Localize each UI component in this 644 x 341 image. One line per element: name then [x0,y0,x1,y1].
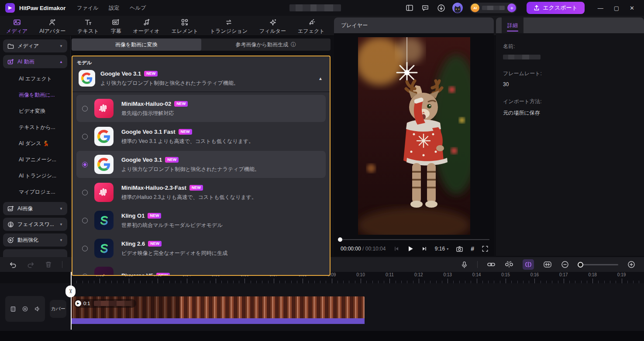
aspect-ratio-dropdown[interactable]: 9:16 ▾ [435,246,448,252]
time-display: 00:00:00 / 00:10:04 [341,246,386,252]
tab-media[interactable]: メディア [6,18,28,35]
prev-frame-icon[interactable] [393,246,399,252]
player-controls: 00:00:00 / 00:10:04 9:16 ▾ # [334,243,494,254]
sidebar-item-text-to[interactable]: テキストから... [3,119,67,136]
sidebar-item-image-to-video[interactable]: 画像を動画に... [3,87,67,103]
playhead[interactable] [71,272,72,330]
chevron-down-icon: ▼ [59,207,63,211]
unlink-icon[interactable] [505,260,513,269]
new-badge: NEW [144,71,158,77]
model-row-kling-o1[interactable]: Kling O1NEW 世界初の統合マルチモーダルビデオモデル [76,207,326,234]
track-mute-icon[interactable] [34,306,41,312]
zoom-in-icon[interactable] [627,261,635,268]
microphone-icon[interactable] [461,261,468,268]
zoom-slider-knob[interactable] [578,262,583,268]
play-button[interactable] [407,245,414,252]
undo-icon[interactable] [9,261,17,269]
ruler-label: 0:16 [530,272,539,277]
model-select-panel: モデル Google Veo 3.1NEW より強力なプロンプト制御と強化された… [72,56,331,276]
tab-subtitles[interactable]: 字幕 [110,18,121,35]
time-current: 00:00:00 [341,246,361,252]
radio-unselected[interactable] [82,218,88,223]
player-title: プレイヤー [341,22,368,29]
snapshot-icon[interactable] [456,245,463,253]
model-row-google-veo-31[interactable]: Google Veo 3.1NEW より強力なプロンプト制御と強化されたナラティ… [76,151,326,178]
sidebar-item-ai-dance[interactable]: AI ダンス 💃 [3,136,67,152]
sidebar-group-ai-video[interactable]: AI 動画 ▲ [3,55,67,68]
info-icon: ⓘ [291,41,296,49]
tab-audio[interactable]: オーディオ [133,18,159,35]
model-row-pixverse-v5[interactable]: Pixverse V5NEW [76,263,326,276]
tab-ai-avatar[interactable]: AIアバター [39,18,65,35]
upload-icon [535,6,539,10]
seek-bar[interactable] [338,237,489,242]
sidebar-group-video-enhance[interactable]: 動画強化 ▼ [3,233,67,247]
radio-unselected[interactable] [82,190,88,195]
model-row-kling-26[interactable]: Kling 2.6NEW ビデオ映像と完全なオーディオを同時に生成 [76,235,326,262]
sidebar-item-video-convert[interactable]: ビデオ変換 [3,103,67,119]
model-row-minimax-hailuo-02[interactable]: MiniMax-Hailuo-02NEW 最先端の指示理解対応 [76,95,326,122]
ai-credits-icon: AI [471,3,479,12]
timeline-zoom-slider[interactable] [578,264,618,265]
zoom-out-icon[interactable] [561,261,569,268]
model-row-google-veo-31-fast[interactable]: Google Veo 3.1 FastNEW 標準の Veo 3.1 よりも高速… [76,123,326,150]
download-icon[interactable] [437,3,445,12]
playhead-scissors-handle[interactable]: ✂ [65,285,76,297]
radio-unselected[interactable] [82,134,88,139]
radio-unselected[interactable] [82,246,88,251]
track-visibility-icon[interactable] [22,306,28,312]
cover-button[interactable]: カバー [50,300,66,318]
radio-selected[interactable] [82,162,88,167]
feedback-icon[interactable] [421,3,430,12]
tab-reference-to-video[interactable]: 参考画像から動画生成 ⓘ [201,38,331,51]
sidebar-item-ai-animation[interactable]: AI アニメーシ... [3,152,67,168]
minimize-button[interactable]: — [598,5,603,11]
tab-text[interactable]: テキスト [77,18,99,35]
menu-settings[interactable]: 設定 [109,4,119,12]
next-frame-icon[interactable] [421,246,427,252]
auto-ripple-button[interactable] [523,259,534,270]
account-pill[interactable]: AI + [470,3,517,13]
fit-timeline-icon[interactable] [543,260,552,269]
new-badge: NEW [165,157,179,163]
layout-icon[interactable] [405,3,414,12]
seek-knob[interactable] [338,237,342,242]
grid-icon[interactable]: # [471,245,474,252]
tab-filters[interactable]: フィルター [259,18,286,35]
google-icon [94,127,114,146]
delete-icon[interactable] [45,261,52,268]
tab-effects[interactable]: エフェクト [298,18,324,35]
tab-details[interactable]: 詳細 [502,17,523,33]
fullscreen-icon[interactable] [482,245,489,252]
model-selected-header[interactable]: Google Veo 3.1NEW より強力なプロンプト制御と強化されたナラティ… [72,68,330,92]
ruler-label: 0:19 [617,272,626,277]
tab-elements[interactable]: エレメント [172,18,198,35]
sidebar-group-media[interactable]: メディア ▼ [3,39,67,52]
tab-image-to-video[interactable]: 画像を動画に変換 [72,38,201,51]
add-credits-button[interactable]: + [507,3,516,12]
redo-icon[interactable] [27,261,35,269]
tab-transitions[interactable]: トランジション [210,18,248,35]
link-icon[interactable] [487,260,496,269]
model-row-minimax-hailuo-23-fast[interactable]: MiniMax-Hailuo-2.3-FastNEW 標準のHailuo 2.3… [76,179,326,206]
chevron-down-icon: ▼ [59,44,63,48]
name-value-redacted [503,55,541,59]
sidebar-group-faceswap[interactable]: フェイススワ... ▼ [3,218,67,231]
collapse-icon[interactable]: ▲ [318,76,323,81]
radio-unselected[interactable] [82,274,88,276]
user-avatar[interactable] [452,3,463,13]
sidebar-group-partial[interactable] [3,249,67,257]
menu-help[interactable]: ヘルプ [130,4,146,12]
radio-unselected[interactable] [82,106,88,111]
menu-file[interactable]: ファイル [77,4,98,12]
video-clip[interactable]: ▶ 0:1 [71,296,365,318]
sidebar-item-my-projects[interactable]: マイプロジェ... [3,184,67,200]
sidebar-item-ai-transition[interactable]: AI トランジシ... [3,168,67,184]
close-button[interactable]: ✕ [630,5,634,11]
sidebar-group-ai-image[interactable]: AI画像 ▼ [3,202,67,215]
maximize-button[interactable]: ▢ [614,5,619,11]
export-button[interactable]: エクスポート [527,2,585,14]
clip-audio-bar[interactable] [71,318,365,324]
new-badge: NEW [148,241,162,247]
sidebar-item-ai-effects[interactable]: AI エフェクト [3,71,67,87]
